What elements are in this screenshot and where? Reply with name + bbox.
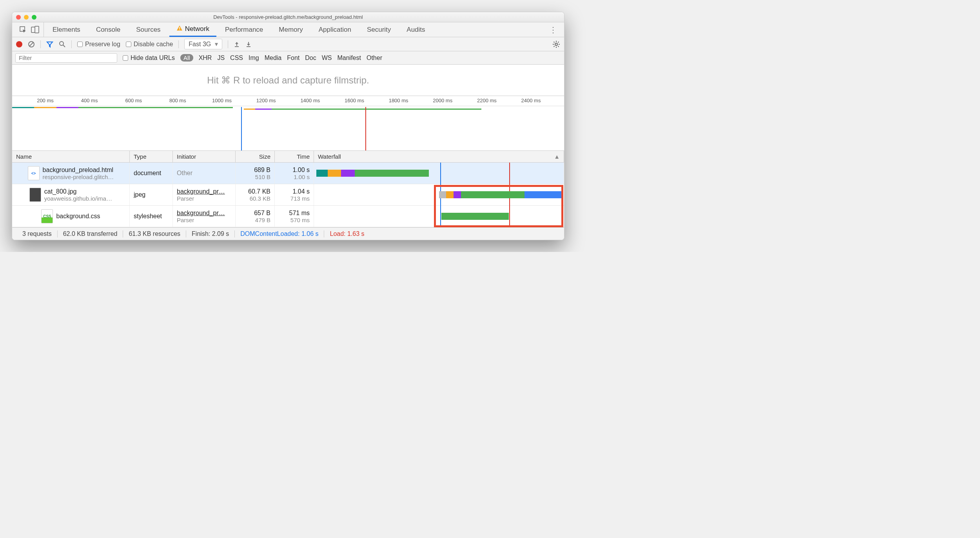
- filter-img[interactable]: Img: [249, 54, 259, 62]
- svg-point-7: [60, 42, 64, 45]
- request-type: document: [134, 170, 169, 177]
- table-header: Name Type Initiator Size Time Waterfall▲: [12, 151, 564, 163]
- filmstrip-hint: Hit ⌘ R to reload and capture filmstrip.: [12, 65, 564, 96]
- filter-font[interactable]: Font: [287, 54, 299, 62]
- main-tab-bar: Elements Console Sources Network Perform…: [12, 22, 564, 37]
- svg-rect-9: [235, 46, 239, 47]
- html-file-icon: <>: [28, 166, 40, 180]
- preserve-log-checkbox[interactable]: Preserve log: [77, 41, 120, 48]
- status-domcontentloaded: DOMContentLoaded: 1.06 s: [235, 230, 324, 237]
- waterfall-cell: [314, 163, 564, 184]
- status-finish: Finish: 2.09 s: [186, 230, 235, 237]
- record-button[interactable]: [16, 41, 22, 47]
- warning-icon: [176, 25, 183, 33]
- status-resources: 61.3 KB resources: [123, 230, 186, 237]
- filter-all[interactable]: All: [180, 54, 193, 62]
- search-icon[interactable]: [59, 41, 66, 48]
- sort-arrow-icon: ▲: [554, 153, 560, 160]
- request-time: 1.04 s: [292, 188, 310, 195]
- tick-label: 2200 ms: [477, 98, 497, 103]
- hide-data-urls-checkbox[interactable]: Hide data URLs: [123, 54, 175, 62]
- tab-performance[interactable]: Performance: [218, 22, 270, 37]
- tick-label: 1400 ms: [300, 98, 320, 103]
- inspect-element-icon[interactable]: [19, 26, 27, 34]
- request-size: 60.7 KB: [248, 188, 270, 195]
- svg-rect-3: [179, 27, 180, 29]
- request-domain: yoavweiss.github.io/ima…: [44, 195, 112, 202]
- tick-label: 1200 ms: [256, 98, 276, 103]
- svg-line-18: [554, 46, 555, 47]
- svg-rect-2: [35, 26, 39, 33]
- overview-timeline[interactable]: 200 ms 400 ms 600 ms 800 ms 1000 ms 1200…: [12, 96, 564, 151]
- tick-label: 600 ms: [125, 98, 142, 103]
- chevron-down-icon: ▾: [215, 40, 218, 48]
- throttling-select[interactable]: Fast 3G ▾: [184, 39, 222, 49]
- col-waterfall[interactable]: Waterfall▲: [314, 151, 564, 162]
- request-time: 571 ms: [289, 210, 310, 217]
- filter-other[interactable]: Other: [367, 54, 382, 62]
- svg-line-19: [558, 42, 559, 42]
- col-initiator[interactable]: Initiator: [173, 151, 236, 162]
- download-icon[interactable]: [245, 41, 252, 47]
- filter-media[interactable]: Media: [265, 54, 282, 62]
- filter-bar: Hide data URLs All XHR JS CSS Img Media …: [12, 51, 564, 65]
- svg-line-16: [554, 42, 555, 42]
- window-title: DevTools - responsive-preload.glitch.me/…: [12, 14, 564, 20]
- request-initiator[interactable]: background_pr…: [177, 188, 231, 195]
- table-row[interactable]: cat_800.jpg yoavweiss.github.io/ima… jpe…: [12, 184, 564, 206]
- load-marker: [365, 107, 366, 150]
- disable-cache-checkbox[interactable]: Disable cache: [126, 41, 173, 48]
- waterfall-cell: [314, 206, 564, 227]
- tick-label: 800 ms: [169, 98, 186, 103]
- tab-memory[interactable]: Memory: [272, 22, 310, 37]
- col-time[interactable]: Time: [275, 151, 314, 162]
- request-initiator[interactable]: background_pr…: [177, 210, 231, 217]
- status-load: Load: 1.63 s: [324, 230, 370, 237]
- tab-sources[interactable]: Sources: [129, 22, 167, 37]
- status-bar: 3 requests 62.0 KB transferred 61.3 KB r…: [12, 227, 564, 240]
- filter-js[interactable]: JS: [217, 54, 225, 62]
- svg-rect-4: [179, 29, 180, 30]
- col-size[interactable]: Size: [236, 151, 275, 162]
- table-row[interactable]: CSS background.css stylesheet background…: [12, 206, 564, 227]
- svg-line-17: [558, 46, 559, 47]
- filter-ws[interactable]: WS: [322, 54, 332, 62]
- clear-icon[interactable]: [28, 41, 35, 48]
- svg-rect-10: [247, 46, 250, 47]
- tick-label: 2400 ms: [521, 98, 541, 103]
- filter-input[interactable]: [15, 53, 117, 63]
- request-name: background.css: [56, 213, 100, 220]
- network-table: Name Type Initiator Size Time Waterfall▲…: [12, 151, 564, 227]
- network-toolbar: Preserve log Disable cache Fast 3G ▾: [12, 37, 564, 51]
- filter-manifest[interactable]: Manifest: [337, 54, 361, 62]
- settings-gear-icon[interactable]: [552, 40, 560, 48]
- tab-security[interactable]: Security: [360, 22, 398, 37]
- svg-line-8: [63, 45, 65, 47]
- tab-audits[interactable]: Audits: [399, 22, 432, 37]
- request-domain: responsive-preload.glitch…: [43, 174, 114, 180]
- tab-network[interactable]: Network: [169, 22, 216, 37]
- more-menu-icon[interactable]: ⋮: [545, 25, 561, 34]
- overview-ruler: 200 ms 400 ms 600 ms 800 ms 1000 ms 1200…: [12, 96, 564, 106]
- filter-doc[interactable]: Doc: [305, 54, 316, 62]
- devtools-window: DevTools - responsive-preload.glitch.me/…: [12, 12, 564, 240]
- svg-point-11: [555, 43, 557, 45]
- col-type[interactable]: Type: [130, 151, 173, 162]
- request-initiator: Other: [177, 170, 231, 177]
- tab-application[interactable]: Application: [312, 22, 358, 37]
- filter-css[interactable]: CSS: [230, 54, 243, 62]
- col-name[interactable]: Name: [12, 151, 130, 162]
- device-toolbar-icon[interactable]: [31, 26, 40, 34]
- waterfall-cell: [314, 184, 564, 205]
- tab-console[interactable]: Console: [89, 22, 127, 37]
- filter-xhr[interactable]: XHR: [199, 54, 212, 62]
- tab-elements[interactable]: Elements: [45, 22, 87, 37]
- status-requests: 3 requests: [17, 230, 58, 237]
- request-size: 689 B: [254, 167, 270, 174]
- upload-icon[interactable]: [234, 41, 240, 47]
- filter-icon[interactable]: [46, 41, 53, 48]
- image-file-icon: [29, 188, 41, 202]
- table-row[interactable]: <> background_preload.html responsive-pr…: [12, 163, 564, 184]
- tick-label: 200 ms: [37, 98, 54, 103]
- svg-line-6: [29, 42, 33, 46]
